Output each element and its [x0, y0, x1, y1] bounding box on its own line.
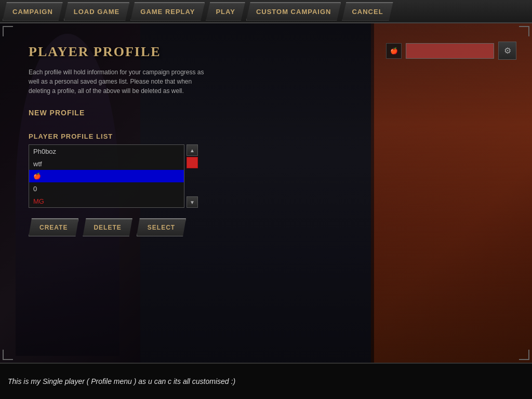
apple-icon: 🍎 [390, 47, 398, 55]
navbar: CAMPAIGNLOAD GAMEGAME REPLAYPLAYCUSTOM C… [0, 0, 532, 23]
gear-icon: ⚙ [504, 46, 511, 56]
scroll-up-button[interactable]: ▲ [187, 144, 198, 156]
profile-list-item[interactable]: MG [29, 195, 184, 207]
profile-list-item[interactable]: 0 [29, 182, 184, 195]
corner-decoration-bl [3, 350, 13, 360]
scroll-indicator [187, 157, 198, 168]
nav-btn-load-game[interactable]: LOAD GAME [64, 2, 129, 21]
create-button[interactable]: CREATE [29, 218, 78, 236]
main-content: PLAYER PROFILE Each profile will hold in… [0, 23, 532, 363]
profile-list-label: PLAYER PROFILE LIST [29, 132, 247, 140]
new-profile-button[interactable]: NEW PROFILE [29, 109, 247, 117]
profile-list[interactable]: Ph0bozwtf🍎0MG [29, 144, 184, 208]
profile-list-item[interactable]: wtf [29, 157, 184, 170]
nav-btn-campaign[interactable]: CAMPAIGN [3, 2, 63, 21]
status-bar: This is my Single player ( Profile menu … [0, 363, 532, 399]
status-text: This is my Single player ( Profile menu … [8, 377, 235, 385]
scrollbar: ▲ ▼ [187, 144, 198, 208]
profile-description: Each profile will hold information for y… [29, 68, 205, 96]
char-art-right [371, 23, 532, 363]
select-button[interactable]: SELECT [137, 218, 186, 236]
profile-list-item[interactable]: Ph0boz [29, 145, 184, 157]
top-right-controls: 🍎 ⚙ [386, 42, 516, 60]
profile-input-display[interactable] [406, 43, 494, 59]
corner-decoration-tl [3, 26, 13, 36]
profile-title: PLAYER PROFILE [29, 44, 247, 60]
nav-btn-game-replay[interactable]: GAME REPLAY [130, 2, 205, 21]
profile-apple-icon: 🍎 [33, 172, 41, 180]
gear-button[interactable]: ⚙ [498, 42, 516, 60]
apple-status-icon: 🍎 [386, 43, 402, 59]
corner-decoration-tr [519, 26, 529, 36]
corner-decoration-br [519, 350, 529, 360]
profile-panel: PLAYER PROFILE Each profile will hold in… [29, 44, 247, 236]
delete-button[interactable]: DELETE [83, 218, 132, 236]
scroll-down-button[interactable]: ▼ [187, 196, 198, 208]
profile-list-container: Ph0bozwtf🍎0MG ▲ ▼ [29, 144, 247, 208]
profile-name: wtf [33, 160, 42, 168]
nav-btn-cancel[interactable]: CANCEL [342, 2, 393, 21]
profile-name: MG [33, 197, 44, 205]
nav-btn-custom-campaign[interactable]: CUSTOM CAMPAIGN [246, 2, 341, 21]
nav-btn-play[interactable]: PLAY [206, 2, 245, 21]
action-buttons: CREATE DELETE SELECT [29, 218, 247, 236]
profile-name: 0 [33, 185, 37, 193]
profile-name: Ph0boz [33, 148, 56, 155]
profile-list-item[interactable]: 🍎 [29, 170, 184, 182]
